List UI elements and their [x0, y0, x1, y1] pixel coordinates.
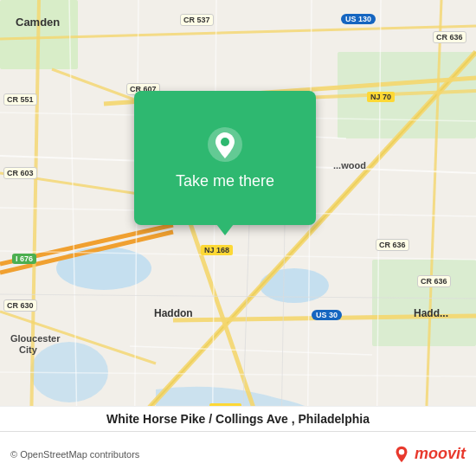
location-pin-icon — [206, 125, 244, 164]
moovit-brand-text: moovit — [415, 445, 466, 463]
location-city: Philadelphia — [299, 412, 370, 426]
bottom-bar: © OpenStreetMap contributors moovit — [0, 431, 476, 476]
take-me-there-button[interactable]: Take me there — [176, 172, 274, 190]
svg-point-38 — [399, 449, 404, 454]
location-name: White Horse Pike / Collings Ave — [106, 412, 288, 426]
moovit-pin-icon — [392, 445, 411, 464]
svg-rect-6 — [372, 260, 476, 346]
map-container: Camden Gloucester City Haddon Hadd... ..… — [0, 0, 476, 476]
svg-point-37 — [221, 138, 229, 146]
location-separator: , — [292, 412, 299, 426]
osm-credit: © OpenStreetMap contributors — [10, 449, 139, 460]
moovit-logo: moovit — [392, 445, 466, 464]
popup-card[interactable]: Take me there — [134, 91, 316, 225]
location-label: White Horse Pike / Collings Ave , Philad… — [0, 406, 476, 431]
map-roads — [0, 0, 476, 476]
